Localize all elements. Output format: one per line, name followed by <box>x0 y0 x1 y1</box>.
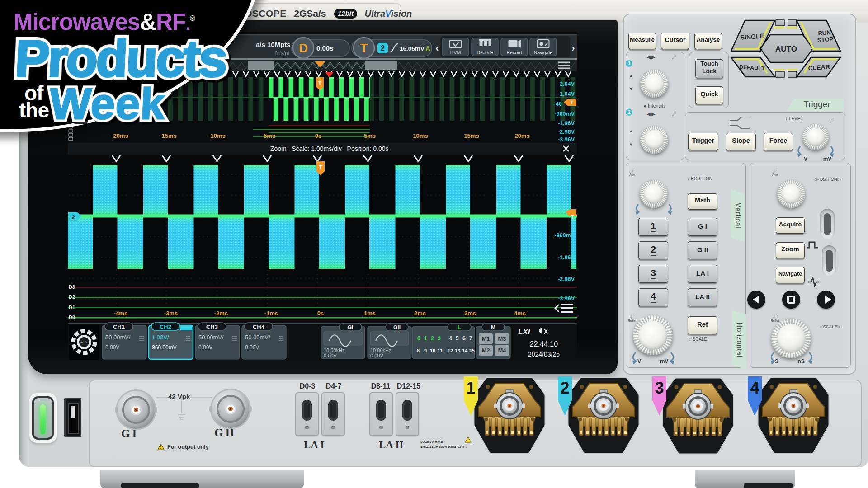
svg-text:-960mV: -960mV <box>555 111 575 117</box>
svg-text:6: 6 <box>462 335 466 342</box>
svg-text:10.00kHz: 10.00kHz <box>324 347 344 353</box>
svg-text:Decode: Decode <box>476 50 493 55</box>
svg-text:0.00V: 0.00V <box>245 344 259 351</box>
svg-text:40: 40 <box>556 101 562 107</box>
svg-text:T: T <box>571 214 574 220</box>
svg-text:T: T <box>318 80 322 86</box>
svg-text:AUTO: AUTO <box>775 45 797 53</box>
svg-text:A: A <box>425 44 430 52</box>
svg-text:3ms: 3ms <box>464 310 476 317</box>
svg-text:-3.96V: -3.96V <box>558 296 575 302</box>
svg-text:-1.96V: -1.96V <box>558 120 575 127</box>
svg-text:L: L <box>458 324 461 331</box>
svg-text:LXI: LXI <box>518 328 531 336</box>
svg-text:9: 9 <box>424 348 427 353</box>
svg-text:Record: Record <box>507 50 522 55</box>
svg-text:2: 2 <box>71 214 75 221</box>
svg-text:1: 1 <box>466 379 475 397</box>
svg-text:0.00V: 0.00V <box>198 344 212 351</box>
svg-text:3: 3 <box>438 335 441 342</box>
svg-text:16.05mV: 16.05mV <box>400 45 425 52</box>
svg-text:22:44:10: 22:44:10 <box>530 340 558 348</box>
svg-text:-3.96V: -3.96V <box>558 136 575 143</box>
svg-text:Products: Products <box>14 29 227 87</box>
svg-text:1ms: 1ms <box>364 310 376 317</box>
svg-text:14: 14 <box>462 348 468 353</box>
svg-text:0.00V: 0.00V <box>370 353 383 358</box>
svg-text:15ms: 15ms <box>464 132 479 139</box>
svg-text:0.00V: 0.00V <box>105 344 119 351</box>
svg-text:10ms: 10ms <box>413 132 428 139</box>
svg-text:the: the <box>19 99 49 122</box>
svg-text:10: 10 <box>430 348 435 353</box>
svg-text:STOP: STOP <box>817 35 834 43</box>
svg-text:Week: Week <box>48 79 166 128</box>
svg-text:CH2: CH2 <box>160 324 171 330</box>
svg-text:CLEAR: CLEAR <box>808 63 830 71</box>
svg-text:DVM: DVM <box>450 50 461 55</box>
svg-text:7: 7 <box>469 335 472 342</box>
svg-text:5ms: 5ms <box>364 132 376 139</box>
svg-text:4: 4 <box>750 379 759 397</box>
svg-text:10.00kHz: 10.00kHz <box>370 347 391 353</box>
svg-text:50.00mV/: 50.00mV/ <box>245 334 270 341</box>
svg-text:2024/03/25: 2024/03/25 <box>528 351 560 358</box>
svg-text:1.00V/: 1.00V/ <box>152 334 169 341</box>
svg-text:-4ms: -4ms <box>114 310 127 317</box>
svg-text:M4: M4 <box>498 347 506 354</box>
svg-text:T: T <box>360 41 368 55</box>
svg-text:D: D <box>299 41 308 55</box>
svg-text:D3: D3 <box>69 284 75 290</box>
svg-text:4: 4 <box>449 335 452 342</box>
svg-text:1.04V: 1.04V <box>560 91 575 97</box>
svg-text:50.00mV/: 50.00mV/ <box>198 334 224 341</box>
svg-text:4ms: 4ms <box>514 310 526 317</box>
svg-text:T: T <box>571 100 574 105</box>
svg-text:Navigate: Navigate <box>534 50 553 55</box>
svg-text:0s: 0s <box>317 310 324 317</box>
svg-text:-1ms: -1ms <box>264 310 278 317</box>
svg-text:-2ms: -2ms <box>214 310 228 317</box>
svg-text:-2.96V: -2.96V <box>558 129 575 135</box>
svg-text:12: 12 <box>448 348 453 353</box>
svg-text:0: 0 <box>417 335 420 342</box>
svg-text:-960mV: -960mV <box>555 232 575 239</box>
svg-text:D1: D1 <box>69 305 75 310</box>
svg-text:960.00mV: 960.00mV <box>152 344 177 351</box>
svg-text:0s: 0s <box>315 132 321 139</box>
svg-text:GII: GII <box>393 324 401 331</box>
svg-text:8: 8 <box>417 348 420 353</box>
svg-text:1: 1 <box>424 335 427 342</box>
svg-text:‹: ‹ <box>435 42 439 54</box>
svg-text:CH3: CH3 <box>206 324 218 330</box>
svg-text:D0: D0 <box>69 314 75 320</box>
svg-text:2ms: 2ms <box>414 310 426 317</box>
svg-text:M2: M2 <box>481 347 490 354</box>
svg-text:M: M <box>491 324 495 331</box>
svg-text:T: T <box>319 164 323 171</box>
svg-text:11: 11 <box>437 348 443 353</box>
svg-text:›: › <box>571 42 575 54</box>
svg-text:M3: M3 <box>498 335 506 342</box>
svg-text:0.00s: 0.00s <box>316 44 334 52</box>
svg-text:20ms: 20ms <box>514 132 529 139</box>
svg-text:CH1: CH1 <box>113 324 125 330</box>
svg-text:M1: M1 <box>481 335 490 342</box>
svg-text:!: ! <box>160 445 161 450</box>
svg-text:13: 13 <box>455 348 460 353</box>
svg-text:-1.96V: -1.96V <box>558 254 575 261</box>
svg-text:2.04V: 2.04V <box>560 81 575 87</box>
svg-text:CH4: CH4 <box>253 324 265 330</box>
svg-text:RIGOL: RIGOL <box>80 341 88 344</box>
svg-text:5: 5 <box>456 335 459 342</box>
svg-text:15: 15 <box>469 348 475 353</box>
svg-text:GI: GI <box>348 324 354 331</box>
svg-text:D2: D2 <box>69 294 75 300</box>
svg-text:-2.96V: -2.96V <box>558 276 575 282</box>
svg-text:2: 2 <box>560 379 569 397</box>
svg-text:-3ms: -3ms <box>164 310 178 317</box>
svg-text:2: 2 <box>381 44 385 52</box>
svg-text:3: 3 <box>655 379 664 397</box>
svg-text:50.00mV/: 50.00mV/ <box>105 334 131 341</box>
svg-text:0.00V: 0.00V <box>324 353 337 358</box>
